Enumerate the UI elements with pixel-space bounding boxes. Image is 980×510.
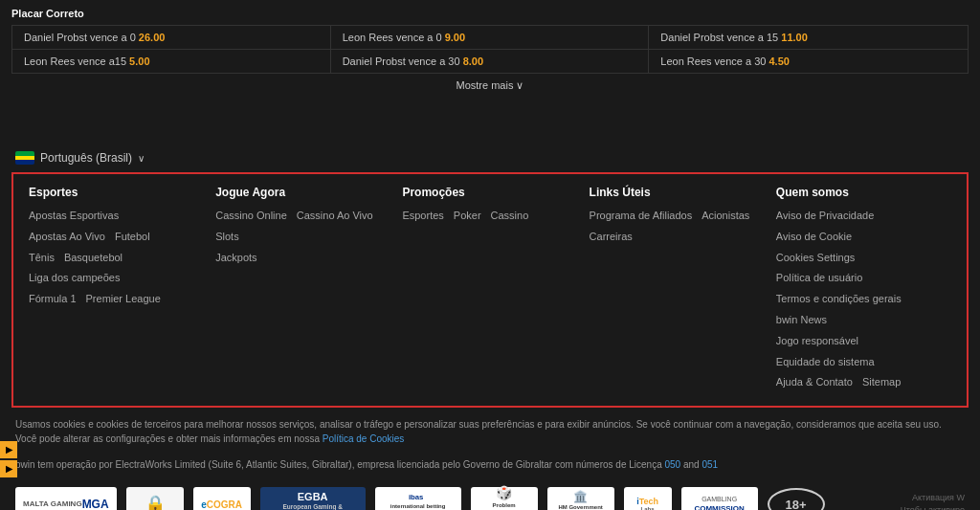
badges-row: MALTA GAMING MGA 🔒 eCOGRA EGBA European … <box>0 479 980 510</box>
show-more-button[interactable]: Mostre mais ∨ <box>11 74 969 98</box>
link-tenis[interactable]: Tênis <box>29 249 55 268</box>
link-afiliados[interactable]: Programa de Afiliados <box>590 207 693 226</box>
activation-line2: Чтобы активиро <box>835 504 965 510</box>
footer-link-row: Ajuda & Contato Sitemap <box>776 373 951 392</box>
score-odd: 11.00 <box>781 32 808 43</box>
footer-col-quem: Quem somos Aviso de Privacidade Aviso de… <box>776 186 951 394</box>
side-icon-2[interactable]: ▶ <box>0 460 17 477</box>
link-cassino-promo[interactable]: Cassino <box>491 207 529 226</box>
score-odd: 5.00 <box>129 55 149 67</box>
link-esportes-promo[interactable]: Esportes <box>402 207 443 226</box>
link-cassino-ao-vivo[interactable]: Cassino Ao Vivo <box>297 207 373 226</box>
score-text: Daniel Probst vence a 30 <box>343 55 463 67</box>
score-cell: Leon Rees vence a15 5.00 <box>12 50 331 73</box>
score-cell: Daniel Probst vence a 0 26.00 <box>12 26 331 50</box>
link-slots[interactable]: Slots <box>215 228 238 247</box>
link-carreiras[interactable]: Carreiras <box>590 228 633 247</box>
link-basquetebol[interactable]: Basquetebol <box>64 249 122 268</box>
score-cell: Daniel Probst vence a 30 8.00 <box>331 50 650 73</box>
bwin-notice: bwin tem operação por ElectraWorks Limit… <box>0 455 980 479</box>
cookie-policy-link[interactable]: Política de Cookies <box>323 433 405 444</box>
badge-problem-gambling: 🎲 Problem Gambling Support <box>471 487 538 510</box>
brazil-flag-icon <box>15 151 34 165</box>
side-icons: ▶ ▶ <box>0 441 17 477</box>
link-jackpots[interactable]: Jackpots <box>215 249 256 268</box>
score-odd: 4.50 <box>768 55 789 67</box>
score-cell: Leon Rees vence a 0 9.00 <box>331 26 650 50</box>
link-bwin-news[interactable]: bwin News <box>776 311 827 330</box>
footer-links-section: Esportes Apostas Esportivas Apostas Ao V… <box>11 172 969 408</box>
link-apostas-esportivas[interactable]: Apostas Esportivas <box>29 207 119 226</box>
license-051-link[interactable]: 051 <box>702 459 718 470</box>
license-050-link[interactable]: 050 <box>664 459 680 470</box>
footer-col-links: Links Úteis Programa de Afiliados Acioni… <box>590 186 765 394</box>
badge-ibas: ibas international betting integrity ass… <box>375 487 461 510</box>
language-label: Português (Brasil) <box>40 151 132 165</box>
footer-col-promocoes: Promoções Esportes Poker Cassino <box>402 186 577 394</box>
score-cell: Daniel Probst vence a 15 11.00 <box>649 26 968 50</box>
chevron-down-icon: ∨ <box>516 79 523 91</box>
link-cookie[interactable]: Aviso de Cookie <box>776 228 852 247</box>
footer-link-row: Cookies Settings Política de usuário <box>776 249 951 289</box>
footer-links-grid: Esportes Apostas Esportivas Apostas Ao V… <box>29 186 951 394</box>
score-odd: 26.00 <box>139 32 166 43</box>
link-poker[interactable]: Poker <box>454 207 481 226</box>
badge-itech: iTech Labs <box>624 487 672 510</box>
badge-mga: MALTA GAMING MGA <box>15 487 117 510</box>
footer-link-row: Programa de Afiliados Acionistas Carreir… <box>590 207 765 247</box>
link-privacidade[interactable]: Aviso de Privacidade <box>776 207 875 226</box>
link-cassino-online[interactable]: Cassino Online <box>215 207 287 226</box>
link-acionistas[interactable]: Acionistas <box>702 207 749 226</box>
badge-18plus: 18+ <box>768 488 825 510</box>
footer-heading-jogue: Jogue Agora <box>215 186 390 199</box>
score-odd: 9.00 <box>445 32 465 43</box>
placar-title: Placar Correto <box>11 8 969 19</box>
score-text: Daniel Probst vence a 15 <box>660 32 781 43</box>
link-apostas-ao-vivo[interactable]: Apostas Ao Vivo <box>29 228 105 247</box>
activation-notice: Активация W Чтобы активиро <box>835 492 965 510</box>
footer-heading-promocoes: Promoções <box>402 186 577 199</box>
footer-heading-quem: Quem somos <box>776 186 951 199</box>
link-equidade[interactable]: Equidade do sistema <box>776 353 875 372</box>
badge-egba: EGBA European Gaming & Betting Associati… <box>260 487 366 510</box>
badge-lock-icon: 🔒 <box>126 487 184 510</box>
score-cell: Leon Rees vence a 30 4.50 <box>649 50 968 73</box>
badge-gambling-commission: GAMBLING COMMISSION <box>681 487 758 510</box>
badge-hm-government: 🏛️ HM Government of Gibraltar <box>547 487 614 510</box>
footer-heading-links: Links Úteis <box>590 186 765 199</box>
score-grid: Daniel Probst vence a 0 26.00 Leon Rees … <box>11 25 969 74</box>
badge-ecogra: eCOGRA <box>193 487 251 510</box>
footer-link-row: Termos e condições gerais bwin News <box>776 290 951 330</box>
link-formula1[interactable]: Fórmula 1 <box>29 290 77 309</box>
link-sitemap[interactable]: Sitemap <box>862 373 901 392</box>
link-jogo-responsavel[interactable]: Jogo responsável <box>776 332 858 351</box>
link-premier[interactable]: Premier League <box>86 290 161 309</box>
link-ajuda[interactable]: Ajuda & Contato <box>776 373 853 392</box>
footer-link-row: Apostas Esportivas Apostas Ao Vivo Futeb… <box>29 207 204 247</box>
link-politica[interactable]: Política de usuário <box>776 269 863 288</box>
footer-col-jogue: Jogue Agora Cassino Online Cassino Ao Vi… <box>215 186 390 394</box>
footer-link-row: Fórmula 1 Premier League <box>29 290 204 309</box>
score-odd: 8.00 <box>463 55 483 67</box>
link-termos[interactable]: Termos e condições gerais <box>776 290 902 309</box>
score-text: Daniel Probst vence a 0 <box>24 32 139 43</box>
link-cookies-settings[interactable]: Cookies Settings <box>776 249 856 268</box>
bwin-and: and <box>680 459 702 470</box>
cookie-notice: Usamos cookies e cookies de terceiros pa… <box>0 408 980 455</box>
link-liga[interactable]: Liga dos campeões <box>29 269 120 288</box>
activation-line1: Активация W <box>835 492 965 505</box>
cookie-text: Usamos cookies e cookies de terceiros pa… <box>15 419 942 444</box>
score-text: Leon Rees vence a15 <box>24 55 129 67</box>
score-text: Leon Rees vence a 0 <box>343 32 445 43</box>
side-icon-1[interactable]: ▶ <box>0 441 17 458</box>
language-selector[interactable]: Português (Brasil) ∨ <box>0 140 980 172</box>
footer-link-row: Esportes Poker Cassino <box>402 207 577 226</box>
link-futebol[interactable]: Futebol <box>115 228 150 247</box>
footer-link-row: Aviso de Privacidade Aviso de Cookie <box>776 207 951 247</box>
footer-heading-esportes: Esportes <box>29 186 204 199</box>
ibas-logo-icon: ibas <box>404 491 433 502</box>
placar-section: Placar Correto Daniel Probst vence a 0 2… <box>0 0 980 101</box>
footer-link-row: Tênis Basquetebol Liga dos campeões <box>29 249 204 289</box>
footer-link-row: Cassino Online Cassino Ao Vivo Slots <box>215 207 390 247</box>
footer-link-row: Jackpots <box>215 249 390 268</box>
